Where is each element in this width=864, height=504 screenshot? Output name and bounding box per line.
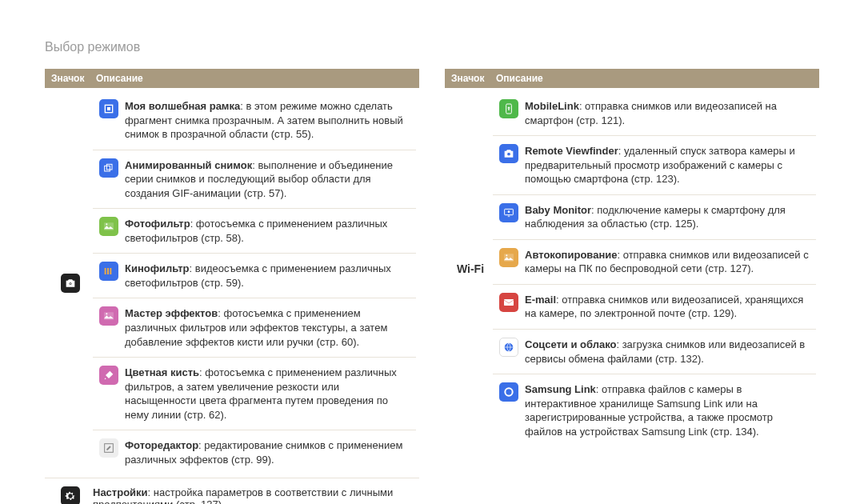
list-item: Фотофильтр: фотосъемка с применением раз… xyxy=(93,209,416,254)
th-desc: Описание xyxy=(96,73,413,84)
item-description: Автокопирование: отправка снимков или ви… xyxy=(525,243,816,281)
list-item: Samsung Link: отправка файлов с камеры в… xyxy=(493,374,816,446)
svg-point-18 xyxy=(506,254,507,256)
item-description: Фоторедактор: редактирование снимков с п… xyxy=(125,434,416,471)
table-header: Значок Описание xyxy=(45,69,419,88)
svg-rect-7 xyxy=(105,268,106,274)
samsung-link-icon xyxy=(499,382,518,402)
svg-point-21 xyxy=(505,388,512,395)
item-description: Samsung Link: отправка файлов с камеры в… xyxy=(525,378,816,443)
wifi-label: Wi-Fi xyxy=(448,262,493,275)
magic-frame-icon xyxy=(99,99,118,118)
item-description: Соцсети и облако: загрузка снимков или в… xyxy=(525,333,816,370)
th-desc: Описание xyxy=(496,73,813,84)
list-item: Фоторедактор: редактирование снимков с п… xyxy=(93,430,416,474)
item-description: Baby Monitor: подключение камеры к смарт… xyxy=(525,198,816,236)
settings-desc: Настройки: настройка параметров в соотве… xyxy=(93,482,416,504)
mobilelink-icon xyxy=(499,99,518,118)
table-row: Моя волшебная рамка: в этом режиме можно… xyxy=(45,88,419,478)
item-description: Фотофильтр: фотосъемка с применением раз… xyxy=(125,212,416,250)
list-item: Соцсети и облако: загрузка снимков или в… xyxy=(493,330,816,374)
svg-rect-8 xyxy=(107,268,109,274)
list-item: E-mail: отправка снимков или видеозаписе… xyxy=(493,285,816,330)
photo-editor-icon xyxy=(99,438,118,458)
item-description: MobileLink: отправка снимков или видеоза… xyxy=(525,94,816,132)
svg-point-16 xyxy=(508,210,510,213)
animated-icon xyxy=(99,158,118,178)
list-item: Baby Monitor: подключение камеры к смарт… xyxy=(493,195,816,240)
cloud-icon xyxy=(499,338,518,357)
item-description: E-mail: отправка снимков или видеозаписе… xyxy=(525,288,816,326)
th-icon: Значок xyxy=(51,73,96,84)
list-item: MobileLink: отправка снимков или видеоза… xyxy=(493,91,816,136)
item-description: Анимированный снимок: выполнение и объед… xyxy=(125,154,416,206)
settings-gear-icon xyxy=(61,486,80,504)
autobackup-icon xyxy=(499,248,518,267)
list-item: Моя волшебная рамка: в этом режиме можно… xyxy=(93,91,416,150)
table-row: Настройки: настройка параметров в соотве… xyxy=(45,478,419,504)
left-column: Значок Описание Моя волшебная рамка: в э… xyxy=(45,69,419,504)
item-description: Моя волшебная рамка: в этом режиме можно… xyxy=(125,94,416,146)
right-column: Значок Описание Wi-Fi MobileLink: отправ… xyxy=(445,69,819,504)
list-item: Цветная кисть: фотосъемка с применением … xyxy=(93,358,416,430)
item-description: Кинофильтр: видеосъемка с применением ра… xyxy=(125,257,416,294)
th-icon: Значок xyxy=(451,73,496,84)
svg-rect-2 xyxy=(107,107,110,110)
list-item: Кинофильтр: видеосъемка с применением ра… xyxy=(93,254,416,298)
svg-point-14 xyxy=(507,152,511,156)
item-description: Remote Viewfinder: удаленный спуск затво… xyxy=(525,139,816,191)
svg-rect-4 xyxy=(106,164,112,170)
effects-master-icon xyxy=(99,306,118,326)
camera-star-icon xyxy=(61,274,80,293)
list-item: Анимированный снимок: выполнение и объед… xyxy=(93,150,416,210)
photo-filter-icon xyxy=(99,217,118,236)
item-description: Цветная кисть: фотосъемка с применением … xyxy=(125,361,416,426)
movie-filter-icon xyxy=(99,262,118,281)
color-brush-icon xyxy=(99,366,118,385)
list-item: Remote Viewfinder: удаленный спуск затво… xyxy=(493,136,816,195)
table-row: Wi-Fi MobileLink: отправка снимков или в… xyxy=(445,88,819,450)
list-item: Мастер эффектов: фотосъемка с применение… xyxy=(93,298,416,358)
svg-rect-9 xyxy=(110,268,111,274)
email-icon xyxy=(499,293,518,312)
svg-point-11 xyxy=(106,314,107,315)
item-description: Мастер эффектов: фотосъемка с применение… xyxy=(125,302,416,354)
baby-monitor-icon xyxy=(499,203,518,222)
svg-rect-3 xyxy=(105,166,110,171)
list-item: Автокопирование: отправка снимков или ви… xyxy=(493,240,816,285)
table-header: Значок Описание xyxy=(445,69,819,88)
page-title: Выбор режимов xyxy=(45,40,819,54)
svg-point-6 xyxy=(106,224,107,226)
remote-viewfinder-icon xyxy=(499,144,518,163)
svg-rect-19 xyxy=(504,299,514,306)
